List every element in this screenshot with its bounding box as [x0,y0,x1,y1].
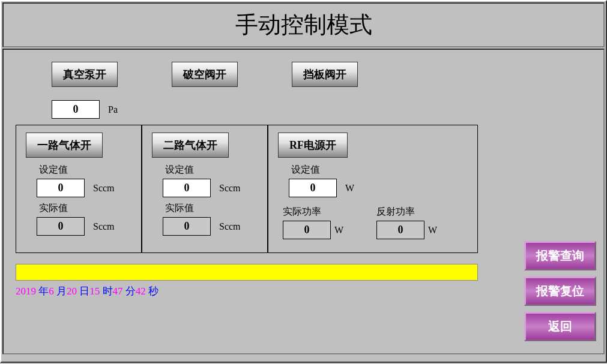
alarm-reset-button[interactable]: 报警复位 [524,276,596,306]
gas2-set-label: 设定值 [152,164,258,176]
dt-day: 20 [67,285,77,297]
main-panel: 真空泵开 0 Pa 破空阀开 挡板阀开 一路气体开 设定值 0 [2,49,605,354]
back-button[interactable]: 返回 [524,312,596,341]
dt-minute-l: 分 [125,285,136,297]
pressure-display: 0 Pa [52,100,172,119]
pressure-unit: Pa [108,104,118,115]
pressure-value: 0 [52,100,100,119]
rf-set-label: 设定值 [278,164,468,176]
rf-set-unit: W [345,183,354,194]
gas2-panel: 二路气体开 设定值 0 Sccm 实际值 0 Sccm [142,125,268,253]
rf-reflect-power-value: 0 [376,221,424,239]
dt-day-l: 日 [79,285,89,297]
gas2-set-input[interactable]: 0 [163,179,211,197]
control-boxes-row: 一路气体开 设定值 0 Sccm 实际值 0 Sccm 二路气体开 设定值 [16,125,591,253]
gas1-panel: 一路气体开 设定值 0 Sccm 实际值 0 Sccm [16,125,142,253]
vacuum-pump-button[interactable]: 真空泵开 [52,62,118,87]
gas1-set-label: 设定值 [26,164,131,176]
gas2-actual-unit: Sccm [219,221,241,232]
gas2-button[interactable]: 二路气体开 [152,133,229,158]
dt-month-l: 月 [56,285,67,297]
dt-hour: 15 [89,285,100,297]
gas1-set-unit: Sccm [93,183,115,194]
alarm-query-button[interactable]: 报警查询 [524,241,596,270]
top-controls-row: 真空泵开 0 Pa 破空阀开 挡板阀开 [16,62,591,119]
rf-reflect-power-unit: W [428,225,437,236]
rf-actual-power-unit: W [334,225,343,236]
datetime-display: 2019 年6 月20 日15 时47 分42 秒 [16,284,591,298]
gas1-actual-unit: Sccm [93,221,115,232]
dt-year: 2019 [16,285,36,297]
app-frame: 手动控制模式 真空泵开 0 Pa 破空阀开 挡板阀开 一路气体开 [0,0,607,363]
dt-second-l: 秒 [148,285,159,297]
dt-hour-l: 时 [103,285,113,297]
rf-panel: RF电源开 设定值 0 W 实际功率 0 W 反射 [268,125,478,253]
gas2-set-unit: Sccm [219,183,241,194]
gas1-actual-label: 实际值 [26,202,131,215]
gas1-actual-value: 0 [37,217,85,236]
rf-actual-power-label: 实际功率 [280,206,374,218]
baffle-valve-button[interactable]: 挡板阀开 [292,62,358,87]
rf-actual-power-value: 0 [283,221,331,239]
dt-second: 42 [136,285,146,297]
status-bar [16,264,478,281]
vent-valve-button[interactable]: 破空阀开 [172,62,238,87]
dt-minute: 47 [113,285,123,297]
rf-set-input[interactable]: 0 [289,179,337,197]
title-panel: 手动控制模式 [2,2,605,47]
page-title: 手动控制模式 [235,12,372,37]
gas2-actual-value: 0 [163,217,211,236]
gas1-button[interactable]: 一路气体开 [26,133,103,158]
dt-year-l: 年 [38,285,49,297]
gas1-set-input[interactable]: 0 [37,179,85,197]
rf-reflect-power-label: 反射功率 [374,206,468,218]
dt-month: 6 [49,285,54,297]
side-buttons: 报警查询 报警复位 返回 [524,241,596,341]
rf-power-button[interactable]: RF电源开 [278,133,348,158]
gas2-actual-label: 实际值 [152,202,258,215]
